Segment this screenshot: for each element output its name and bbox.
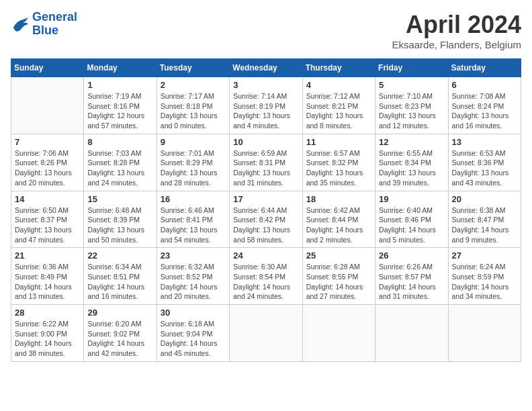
day-number: 26 [379,250,444,261]
day-number: 10 [233,137,298,147]
day-number: 11 [306,137,371,147]
calendar-cell: 13Sunrise: 6:53 AMSunset: 8:36 PMDayligh… [448,134,521,191]
day-number: 4 [306,80,371,90]
weekday-header-saturday: Saturday [448,59,521,77]
day-info: Sunrise: 6:53 AMSunset: 8:36 PMDaylight:… [452,148,517,188]
calendar-week-4: 21Sunrise: 6:36 AMSunset: 8:49 PMDayligh… [11,248,521,305]
day-number: 28 [15,308,80,318]
day-info: Sunrise: 7:17 AMSunset: 8:18 PMDaylight:… [161,91,226,131]
day-info: Sunrise: 6:38 AMSunset: 8:47 PMDaylight:… [452,205,517,245]
calendar-cell [375,305,448,362]
calendar-header-row: SundayMondayTuesdayWednesdayThursdayFrid… [11,59,521,77]
logo-icon [11,16,30,32]
calendar-cell: 24Sunrise: 6:30 AMSunset: 8:54 PMDayligh… [230,248,302,305]
calendar-table: SundayMondayTuesdayWednesdayThursdayFrid… [11,58,521,362]
day-info: Sunrise: 7:06 AMSunset: 8:26 PMDaylight:… [15,148,80,188]
day-info: Sunrise: 6:42 AMSunset: 8:44 PMDaylight:… [306,205,371,245]
calendar-cell: 11Sunrise: 6:57 AMSunset: 8:32 PMDayligh… [302,134,375,191]
day-info: Sunrise: 6:20 AMSunset: 9:02 PMDaylight:… [87,319,152,359]
day-number: 8 [87,137,152,147]
month-title: April 2024 [392,11,521,39]
location: Eksaarde, Flanders, Belgium [392,39,521,50]
calendar-cell: 28Sunrise: 6:22 AMSunset: 9:00 PMDayligh… [11,305,84,362]
day-info: Sunrise: 6:24 AMSunset: 8:59 PMDaylight:… [452,262,517,302]
day-info: Sunrise: 7:10 AMSunset: 8:23 PMDaylight:… [379,91,444,131]
day-info: Sunrise: 7:19 AMSunset: 8:16 PMDaylight:… [87,91,152,131]
day-info: Sunrise: 6:40 AMSunset: 8:46 PMDaylight:… [379,205,444,245]
day-info: Sunrise: 6:32 AMSunset: 8:52 PMDaylight:… [161,262,226,302]
calendar-cell [302,305,375,362]
day-info: Sunrise: 6:28 AMSunset: 8:55 PMDaylight:… [306,262,371,302]
calendar-cell [11,77,84,134]
calendar-cell: 8Sunrise: 7:03 AMSunset: 8:28 PMDaylight… [84,134,157,191]
day-info: Sunrise: 6:57 AMSunset: 8:32 PMDaylight:… [306,148,371,188]
calendar-cell: 23Sunrise: 6:32 AMSunset: 8:52 PMDayligh… [157,248,229,305]
logo-text-line1: General [32,11,77,24]
day-number: 27 [452,250,517,261]
calendar-cell: 14Sunrise: 6:50 AMSunset: 8:37 PMDayligh… [11,191,84,248]
calendar-cell: 22Sunrise: 6:34 AMSunset: 8:51 PMDayligh… [84,248,157,305]
calendar-cell: 2Sunrise: 7:17 AMSunset: 8:18 PMDaylight… [157,77,229,134]
calendar-cell: 18Sunrise: 6:42 AMSunset: 8:44 PMDayligh… [302,191,375,248]
calendar-cell: 30Sunrise: 6:18 AMSunset: 9:04 PMDayligh… [157,305,229,362]
day-info: Sunrise: 6:34 AMSunset: 8:51 PMDaylight:… [87,262,152,302]
day-number: 19 [379,194,444,204]
calendar-cell: 10Sunrise: 6:59 AMSunset: 8:31 PMDayligh… [230,134,302,191]
calendar-cell: 6Sunrise: 7:08 AMSunset: 8:24 PMDaylight… [448,77,521,134]
weekday-header-friday: Friday [375,59,448,77]
day-info: Sunrise: 6:30 AMSunset: 8:54 PMDaylight:… [233,262,298,302]
calendar-cell: 27Sunrise: 6:24 AMSunset: 8:59 PMDayligh… [448,248,521,305]
calendar-cell: 5Sunrise: 7:10 AMSunset: 8:23 PMDaylight… [375,77,448,134]
calendar-week-3: 14Sunrise: 6:50 AMSunset: 8:37 PMDayligh… [11,191,521,248]
day-info: Sunrise: 7:08 AMSunset: 8:24 PMDaylight:… [452,91,517,131]
calendar-cell [448,305,521,362]
calendar-cell: 21Sunrise: 6:36 AMSunset: 8:49 PMDayligh… [11,248,84,305]
day-info: Sunrise: 6:22 AMSunset: 9:00 PMDaylight:… [15,319,80,359]
day-number: 17 [233,194,298,204]
day-info: Sunrise: 7:01 AMSunset: 8:29 PMDaylight:… [161,148,226,188]
weekday-header-tuesday: Tuesday [157,59,229,77]
day-info: Sunrise: 7:03 AMSunset: 8:28 PMDaylight:… [87,148,152,188]
day-info: Sunrise: 6:46 AMSunset: 8:41 PMDaylight:… [161,205,226,245]
weekday-header-monday: Monday [84,59,157,77]
weekday-header-thursday: Thursday [302,59,375,77]
day-info: Sunrise: 6:59 AMSunset: 8:31 PMDaylight:… [233,148,298,188]
calendar-cell: 1Sunrise: 7:19 AMSunset: 8:16 PMDaylight… [84,77,157,134]
calendar-cell: 25Sunrise: 6:28 AMSunset: 8:55 PMDayligh… [302,248,375,305]
calendar-cell: 15Sunrise: 6:48 AMSunset: 8:39 PMDayligh… [84,191,157,248]
day-info: Sunrise: 6:50 AMSunset: 8:37 PMDaylight:… [15,205,80,245]
day-info: Sunrise: 6:36 AMSunset: 8:49 PMDaylight:… [15,262,80,302]
weekday-header-sunday: Sunday [11,59,84,77]
calendar-week-2: 7Sunrise: 7:06 AMSunset: 8:26 PMDaylight… [11,134,521,191]
day-number: 16 [161,194,226,204]
day-info: Sunrise: 6:55 AMSunset: 8:34 PMDaylight:… [379,148,444,188]
day-number: 2 [161,80,226,90]
calendar-cell: 4Sunrise: 7:12 AMSunset: 8:21 PMDaylight… [302,77,375,134]
day-info: Sunrise: 6:18 AMSunset: 9:04 PMDaylight:… [161,319,226,359]
title-area: April 2024 Eksaarde, Flanders, Belgium [392,11,521,50]
calendar-week-1: 1Sunrise: 7:19 AMSunset: 8:16 PMDaylight… [11,77,521,134]
day-number: 24 [233,250,298,261]
logo-text-line2: Blue [32,24,77,38]
day-number: 30 [161,308,226,318]
calendar-cell: 9Sunrise: 7:01 AMSunset: 8:29 PMDaylight… [157,134,229,191]
day-info: Sunrise: 6:44 AMSunset: 8:42 PMDaylight:… [233,205,298,245]
calendar-cell: 29Sunrise: 6:20 AMSunset: 9:02 PMDayligh… [84,305,157,362]
day-number: 21 [15,250,80,261]
calendar-cell: 17Sunrise: 6:44 AMSunset: 8:42 PMDayligh… [230,191,302,248]
day-number: 14 [15,194,80,204]
day-info: Sunrise: 6:26 AMSunset: 8:57 PMDaylight:… [379,262,444,302]
day-number: 29 [87,308,152,318]
day-number: 5 [379,80,444,90]
day-number: 7 [15,137,80,147]
calendar-cell: 7Sunrise: 7:06 AMSunset: 8:26 PMDaylight… [11,134,84,191]
calendar-cell: 3Sunrise: 7:14 AMSunset: 8:19 PMDaylight… [230,77,302,134]
calendar-cell: 20Sunrise: 6:38 AMSunset: 8:47 PMDayligh… [448,191,521,248]
day-number: 15 [87,194,152,204]
day-number: 20 [452,194,517,204]
calendar-cell: 26Sunrise: 6:26 AMSunset: 8:57 PMDayligh… [375,248,448,305]
day-number: 23 [161,250,226,261]
day-number: 13 [452,137,517,147]
calendar-week-5: 28Sunrise: 6:22 AMSunset: 9:00 PMDayligh… [11,305,521,362]
day-number: 12 [379,137,444,147]
